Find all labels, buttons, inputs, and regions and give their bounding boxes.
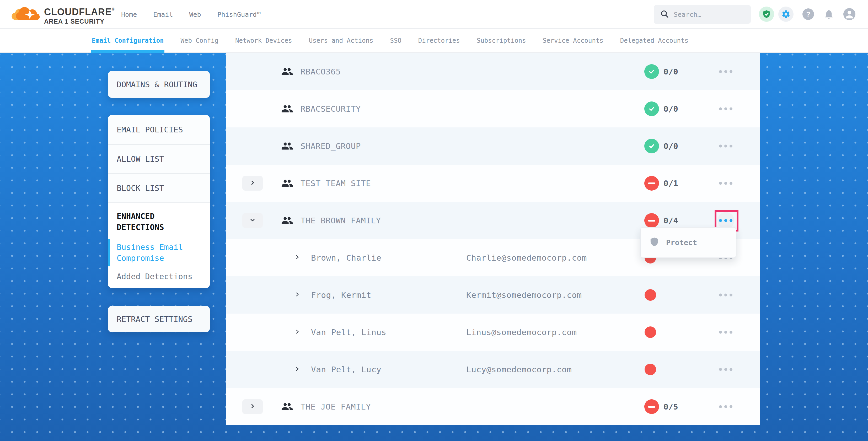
- tab-delegated-accounts[interactable]: Delegated Accounts: [620, 29, 688, 53]
- table-row-group: RBACSECURITY0/0: [226, 90, 760, 127]
- ellipsis-dot: [719, 294, 722, 296]
- tab-subscriptions[interactable]: Subscriptions: [477, 29, 526, 53]
- row-menu-button[interactable]: [719, 107, 733, 111]
- tab-service-accounts[interactable]: Service Accounts: [543, 29, 603, 53]
- top-nav-link-web[interactable]: Web: [189, 11, 201, 18]
- chevron-right-icon: [250, 180, 255, 187]
- user-icon[interactable]: [843, 8, 856, 20]
- tab-email-configuration[interactable]: Email Configuration: [92, 29, 164, 53]
- group-name: RBACSECURITY: [301, 104, 361, 114]
- row-menu-button[interactable]: [719, 294, 733, 296]
- table-row-group: THE JOE FAMILY0/5: [226, 388, 760, 425]
- sidebar-item-business-email-compromise[interactable]: Business Email Compromise: [117, 242, 201, 264]
- expand-member-button[interactable]: [295, 329, 300, 335]
- ellipsis-dot: [719, 107, 722, 111]
- sidebar-item-block-list[interactable]: BLOCK LIST: [108, 173, 210, 202]
- search-box[interactable]: [654, 5, 751, 24]
- sidebar-card-retract-settings[interactable]: RETRACT SETTINGS: [108, 306, 210, 332]
- help-icon[interactable]: ?: [802, 8, 814, 20]
- ellipsis-dot: [719, 70, 722, 73]
- ellipsis-dot: [724, 182, 727, 185]
- chevron-right-icon: [295, 329, 300, 335]
- ellipsis-dot: [724, 294, 727, 296]
- sidebar-enhanced-subitems: Business Email CompromiseAdded Detection…: [117, 242, 201, 282]
- status-unprotected-icon: [644, 213, 659, 228]
- chevron-right-icon: [295, 292, 300, 298]
- row-menu-button[interactable]: [719, 368, 733, 371]
- sidebar-policy-items: EMAIL POLICIESALLOW LISTBLOCK LIST: [108, 115, 210, 202]
- sidebar-item-domains-routing[interactable]: DOMAINS & ROUTING: [108, 80, 197, 89]
- chevron-right-icon: [295, 255, 300, 261]
- ellipsis-dot: [724, 145, 727, 148]
- brand[interactable]: CLOUDFLARE® AREA 1 SECURITY: [11, 3, 115, 26]
- table-row-member: Van Pelt, LinusLinus@somedemocorp.com: [226, 314, 760, 351]
- member-name: Van Pelt, Lucy: [311, 365, 381, 374]
- sidebar-item-email-policies[interactable]: EMAIL POLICIES: [108, 115, 210, 144]
- member-email: Linus@somedemocorp.com: [466, 327, 577, 337]
- gear-icon[interactable]: [778, 6, 794, 22]
- shield-check-icon[interactable]: [759, 6, 774, 22]
- minus-icon: [648, 220, 655, 222]
- tab-web-config[interactable]: Web Config: [181, 29, 219, 53]
- brand-text: CLOUDFLARE® AREA 1 SECURITY: [44, 4, 115, 25]
- group-icon: [281, 215, 293, 226]
- top-nav-link-phishguard[interactable]: PhishGuard™: [217, 11, 261, 18]
- group-name: RBACO365: [301, 67, 341, 76]
- expand-member-button[interactable]: [295, 292, 300, 298]
- config-subnav: Email ConfigurationWeb ConfigNetwork Dev…: [0, 29, 868, 53]
- cloudflare-logo-icon: [11, 3, 40, 26]
- table-row-member: Van Pelt, LucyLucy@somedemocorp.com: [226, 351, 760, 388]
- expand-member-button[interactable]: [295, 255, 300, 261]
- protected-count: 0/5: [663, 402, 678, 411]
- top-nav-link-home[interactable]: Home: [121, 11, 137, 18]
- tab-directories[interactable]: Directories: [418, 29, 460, 53]
- ellipsis-dot: [730, 294, 733, 296]
- bell-icon[interactable]: [823, 8, 835, 21]
- row-menu-button[interactable]: [719, 331, 733, 334]
- row-menu-button[interactable]: [719, 405, 733, 408]
- row-menu-button[interactable]: [719, 70, 733, 73]
- expand-group-button[interactable]: [242, 176, 263, 191]
- status-protected-icon: [644, 101, 659, 116]
- ellipsis-dot: [730, 331, 733, 334]
- tab-users-and-actions[interactable]: Users and Actions: [309, 29, 373, 53]
- ellipsis-dot: [719, 145, 722, 148]
- ellipsis-dot: [719, 182, 722, 185]
- ellipsis-dot: [724, 70, 727, 73]
- ellipsis-dot: [730, 368, 733, 371]
- status-unprotected-icon: [645, 289, 656, 301]
- ellipsis-dot: [719, 368, 722, 371]
- expand-member-button[interactable]: [295, 366, 300, 373]
- group-icon: [281, 401, 293, 413]
- sidebar-item-allow-list[interactable]: ALLOW LIST: [108, 144, 210, 173]
- sidebar-enhanced-detections-title[interactable]: ENHANCED DETECTIONS: [117, 211, 201, 233]
- context-menu-item-protect[interactable]: Protect: [666, 238, 697, 247]
- brand-subtitle: AREA 1 SECURITY: [44, 18, 115, 25]
- table-row-member: Frog, KermitKermit@somedemocorp.com: [226, 276, 760, 314]
- member-name: Brown, Charlie: [311, 253, 381, 262]
- ellipsis-dot: [724, 331, 727, 334]
- protected-count: 0/4: [663, 216, 678, 225]
- table-row-group: TEST TEAM SITE0/1: [226, 165, 760, 202]
- status-unprotected-icon: [644, 176, 659, 191]
- sidebar-card-domains-routing[interactable]: DOMAINS & ROUTING: [108, 71, 210, 98]
- member-email: Lucy@somedemocorp.com: [466, 365, 572, 374]
- search-input[interactable]: [674, 11, 737, 18]
- sidebar-item-added-detections[interactable]: Added Detections: [117, 271, 201, 282]
- protected-count: 0/0: [663, 141, 678, 151]
- tab-network-devices[interactable]: Network Devices: [235, 29, 292, 53]
- tab-sso[interactable]: SSO: [390, 29, 401, 53]
- collapse-group-button[interactable]: [242, 213, 263, 228]
- table-row-group: RBACO3650/0: [226, 53, 760, 90]
- expand-group-button[interactable]: [242, 399, 263, 414]
- row-menu-button[interactable]: [719, 182, 733, 185]
- status-protected-icon: [644, 64, 659, 79]
- ellipsis-dot: [719, 405, 722, 408]
- row-menu-button[interactable]: [719, 145, 733, 148]
- top-nav-link-email[interactable]: Email: [153, 11, 173, 18]
- group-icon: [281, 140, 293, 152]
- sidebar-item-retract-settings[interactable]: RETRACT SETTINGS: [108, 315, 192, 324]
- sidebar-enhanced-detections-section: ENHANCED DETECTIONS Business Email Compr…: [108, 202, 210, 288]
- ellipsis-dot: [730, 182, 733, 185]
- minus-icon: [648, 183, 655, 184]
